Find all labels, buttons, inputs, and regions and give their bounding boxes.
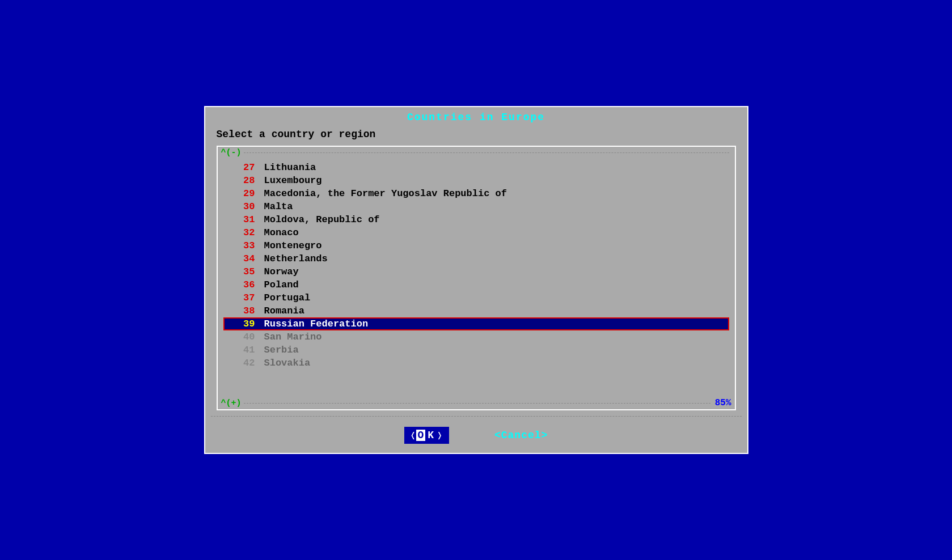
item-number: 39 (226, 319, 255, 329)
item-name: Romania (264, 306, 304, 316)
list-item[interactable]: 29Macedonia, the Former Yugoslav Republi… (223, 187, 729, 200)
top-bar-label: ^(-) (221, 148, 242, 158)
list-item[interactable]: 40San Marino (223, 330, 729, 343)
scroll-percent: 85% (715, 398, 731, 408)
bottom-bar-line (244, 403, 710, 404)
bottom-bar-label: ^(+) (221, 398, 242, 408)
item-number: 35 (226, 266, 255, 277)
list-item[interactable]: 35Norway (223, 265, 729, 278)
list-items: 27Lithuania28Luxembourg29Macedonia, the … (218, 159, 735, 397)
item-name: Russian Federation (264, 319, 369, 329)
item-name: Lithuania (264, 162, 316, 173)
item-name: Montenegro (264, 240, 322, 251)
item-name: Luxembourg (264, 175, 322, 186)
list-item[interactable]: 33Montenegro (223, 239, 729, 252)
item-number: 30 (226, 201, 255, 212)
list-item[interactable]: 38Romania (223, 304, 729, 317)
list-item[interactable]: 42Slovakia (223, 357, 729, 370)
item-name: Moldova, Republic of (264, 214, 380, 225)
dialog-subtitle: Select a country or region (205, 126, 747, 146)
item-number: 33 (226, 240, 255, 251)
item-name: Serbia (264, 345, 299, 355)
item-name: Slovakia (264, 358, 311, 368)
ok-button[interactable]: ❬ OK ❭ (404, 427, 449, 444)
item-number: 34 (226, 253, 255, 264)
item-number: 31 (226, 214, 255, 225)
item-name: Poland (264, 279, 299, 290)
country-list-container: ^(-) 27Lithuania28Luxembourg29Macedonia,… (217, 146, 736, 410)
item-name: Macedonia, the Former Yugoslav Republic … (264, 188, 507, 199)
item-number: 36 (226, 279, 255, 290)
item-name: Netherlands (264, 253, 328, 264)
list-item[interactable]: 32Monaco (223, 226, 729, 239)
item-number: 37 (226, 292, 255, 303)
list-item[interactable]: 28Luxembourg (223, 174, 729, 187)
item-name: Malta (264, 201, 293, 212)
button-separator (211, 416, 742, 417)
item-number: 32 (226, 227, 255, 238)
dialog-title: Countries in Europe (205, 107, 747, 126)
top-bar-line (244, 152, 729, 153)
list-item[interactable]: 34Netherlands (223, 252, 729, 265)
ok-left-arrow: ❬ (410, 429, 417, 442)
list-item[interactable]: 27Lithuania (223, 161, 729, 174)
list-item[interactable]: 36Poland (223, 278, 729, 291)
list-item[interactable]: 31Moldova, Republic of (223, 213, 729, 226)
dialog-buttons: ❬ OK ❭ <Cancel> (205, 420, 747, 453)
item-name: San Marino (264, 332, 322, 342)
item-name: Norway (264, 266, 299, 277)
list-top-bar: ^(-) (218, 147, 735, 159)
item-number: 38 (226, 306, 255, 316)
list-item[interactable]: 39Russian Federation (223, 317, 729, 330)
item-number: 42 (226, 358, 255, 368)
list-bottom-bar: ^(+) 85% (218, 397, 735, 409)
item-number: 40 (226, 332, 255, 342)
item-name: Monaco (264, 227, 299, 238)
ok-right-arrow: ❭ (437, 429, 443, 442)
cancel-button[interactable]: <Cancel> (494, 430, 548, 441)
item-number: 28 (226, 175, 255, 186)
list-item[interactable]: 30Malta (223, 200, 729, 213)
list-item[interactable]: 41Serbia (223, 343, 729, 357)
item-number: 29 (226, 188, 255, 199)
ok-cursor-char: O (416, 430, 425, 441)
dialog-box: Countries in Europe Select a country or … (204, 106, 748, 454)
item-number: 41 (226, 345, 255, 355)
item-name: Portugal (264, 292, 311, 303)
item-number: 27 (226, 162, 255, 173)
list-item[interactable]: 37Portugal (223, 291, 729, 304)
ok-label: K (428, 430, 434, 441)
